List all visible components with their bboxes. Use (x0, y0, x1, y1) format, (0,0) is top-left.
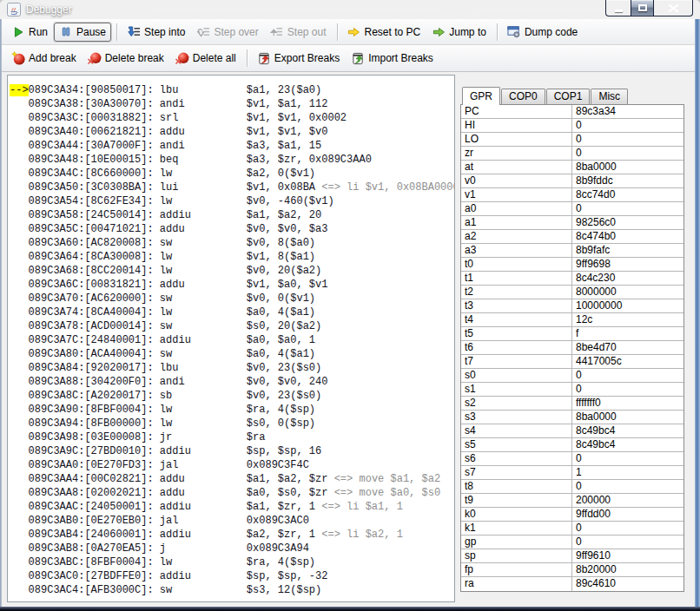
reset-to-pc-button[interactable]: Reset to PC (342, 23, 426, 42)
register-row-a1[interactable]: a198256c0 (461, 216, 683, 230)
disasm-line[interactable]: 089C3AAC:[24050001]: addiu$a1, $zr, 1 <=… (10, 500, 454, 514)
minimize-button[interactable] (605, 0, 631, 16)
disasm-line[interactable]: 089C3A8C:[A2020017]: sb$v0, 23($s0) (10, 389, 454, 403)
register-row-zr[interactable]: zr0 (461, 147, 683, 161)
register-row-lo[interactable]: LO0 (461, 133, 683, 147)
register-row-sp[interactable]: sp9ff9610 (461, 549, 683, 563)
tab-cop1[interactable]: COP1 (546, 89, 591, 104)
register-row-s6[interactable]: s60 (461, 452, 683, 466)
register-row-v0[interactable]: v08b9fddc (461, 174, 683, 188)
jump-to-button[interactable]: Jump to (426, 23, 492, 42)
disasm-line[interactable]: 089C3A98:[03E00008]: jr$ra (10, 430, 454, 444)
register-row-t1[interactable]: t18c4c230 (461, 272, 683, 286)
register-row-t6[interactable]: t68be4d70 (461, 341, 683, 355)
close-button[interactable] (654, 0, 693, 16)
disasm-line[interactable]: 089C3A78:[ACD00014]: sw$s0, 20($a2) (10, 319, 454, 333)
disassembly-panel[interactable]: -->089C3A34:[90850017]: lbu$a1, 23($a0) … (7, 75, 455, 602)
register-row-k0[interactable]: k09ffdd00 (461, 508, 683, 522)
disasm-line[interactable]: 089C3AA0:[0E270FD3]: jal0x089C3F4C (10, 458, 454, 472)
disasm-line[interactable]: 089C3A50:[3C0308BA]: lui$v1, 0x08BA <=> … (10, 181, 454, 194)
register-row-t2[interactable]: t28000000 (461, 286, 683, 299)
disasm-line[interactable]: 089C3A44:[30A7000F]: andi$a3, $a1, 15 (10, 139, 454, 153)
disasm-line[interactable]: 089C3A5C:[00471021]: addu$v0, $v0, $a3 (10, 222, 454, 236)
disasm-line[interactable]: 089C3A88:[304200F0]: andi$v0, $v0, 240 (10, 375, 454, 389)
disasm-line[interactable]: 089C3A94:[8FB00000]: lw$s0, 0($sp) (10, 417, 454, 430)
disasm-line[interactable]: -->089C3A34:[90850017]: lbu$a1, 23($a0) (10, 83, 454, 97)
register-row-s7[interactable]: s71 (461, 466, 683, 480)
step-into-button[interactable]: Step into (122, 23, 190, 42)
disasm-line[interactable]: 089C3A58:[24C50014]: addiu$a1, $a2, 20 (10, 208, 454, 222)
register-row-a3[interactable]: a38b9fafc (461, 244, 683, 258)
register-row-s5[interactable]: s58c49bc4 (461, 438, 683, 452)
tab-gpr[interactable]: GPR (462, 87, 500, 105)
register-row-at[interactable]: at8ba0000 (461, 161, 683, 174)
register-row-ra[interactable]: ra89c4610 (461, 577, 683, 591)
disasm-line[interactable]: 089C3AA8:[02002021]: addu$a0, $s0, $zr <… (10, 486, 454, 500)
disasm-line[interactable]: 089C3A3C:[00031882]: srl$v1, $v1, 0x0002 (10, 111, 454, 125)
register-row-t0[interactable]: t09ff9698 (461, 258, 683, 272)
register-row-a0[interactable]: a00 (461, 202, 683, 216)
register-row-t8[interactable]: t80 (461, 480, 683, 494)
disasm-line[interactable]: 089C3AA4:[00C02821]: addu$a1, $a2, $zr <… (10, 472, 454, 486)
register-row-s3[interactable]: s38ba0000 (461, 411, 683, 424)
disasm-line[interactable]: 089C3A74:[8CA40004]: lw$a0, 4($a1) (10, 306, 454, 319)
disasm-line[interactable]: 089C3A7C:[24840001]: addiu$a0, $a0, 1 (10, 333, 454, 347)
register-row-s1[interactable]: s10 (461, 383, 683, 397)
tab-misc[interactable]: Misc (591, 89, 628, 104)
delete-all-button[interactable]: Delete all (170, 49, 241, 68)
disasm-line[interactable]: 089C3A68:[8CC20014]: lw$v0, 20($a2) (10, 264, 454, 278)
register-row-a2[interactable]: a28c474b0 (461, 230, 683, 244)
register-row-t7[interactable]: t74417005c (461, 355, 683, 369)
register-row-s0[interactable]: s00 (461, 369, 683, 383)
disasm-line[interactable]: 089C3AC4:[AFB3000C]: sw$s3, 12($sp) (10, 583, 454, 597)
window-frame-bottom (0, 607, 700, 611)
dump-code-button[interactable]: Dump code (502, 23, 583, 42)
delete-break-button[interactable]: Delete break (83, 49, 169, 68)
line-marker (10, 98, 29, 110)
disasm-line[interactable]: 089C3A60:[AC820008]: sw$v0, 8($a0) (10, 236, 454, 250)
disasm-line[interactable]: 089C3A70:[AC620000]: sw$v0, 0($v1) (10, 292, 454, 306)
operands: $v0, $v0, $a3 (247, 223, 328, 235)
register-row-t4[interactable]: t412c (461, 313, 683, 327)
disasm-line[interactable]: 089C3A48:[10E00015]: beq$a3, $zr, 0x089C… (10, 153, 454, 167)
register-row-k1[interactable]: k10 (461, 522, 683, 535)
register-row-t3[interactable]: t310000000 (461, 299, 683, 313)
address-and-opcode: 089C3AC4:[AFB3000C]: (29, 584, 160, 596)
register-row-hi[interactable]: HI0 (461, 119, 683, 133)
disasm-line[interactable]: 089C3AB0:[0E270EB0]: jal0x089C3AC0 (10, 514, 454, 528)
disasm-line[interactable]: 089C3A9C:[27BD0010]: addiu$sp, $sp, 16 (10, 444, 454, 458)
mnemonic: addu (160, 278, 247, 292)
register-row-s2[interactable]: s2fffffff0 (461, 397, 683, 411)
line-marker (10, 431, 29, 443)
disasm-line[interactable]: 089C3AB4:[24060001]: addiu$a2, $zr, 1 <=… (10, 528, 454, 542)
register-row-pc[interactable]: PC89c3a34 (461, 105, 683, 119)
disasm-line[interactable]: 089C3A4C:[8C660000]: lw$a2, 0($v1) (10, 167, 454, 181)
disasm-line[interactable]: 089C3AB8:[0A270EA5]: j0x089C3A94 (10, 542, 454, 555)
register-row-t9[interactable]: t9200000 (461, 494, 683, 508)
disasm-line[interactable]: 089C3A90:[8FBF0004]: lw$ra, 4($sp) (10, 403, 454, 417)
tab-cop0[interactable]: COP0 (501, 89, 545, 104)
disasm-line[interactable]: 089C3A84:[92020017]: lbu$v0, 23($s0) (10, 361, 454, 375)
add-break-button[interactable]: Add break (6, 49, 82, 68)
disasm-line[interactable]: 089C3A64:[8CA30008]: lw$v1, 8($a1) (10, 250, 454, 264)
register-row-v1[interactable]: v18cc74d0 (461, 188, 683, 202)
maximize-button[interactable] (631, 0, 654, 16)
disasm-line[interactable]: 089C3A38:[30A30070]: andi$v1, $a1, 112 (10, 97, 454, 111)
register-name: s2 (461, 397, 572, 410)
export-breaks-button[interactable]: Export Breaks (252, 49, 345, 68)
disasm-line[interactable]: 089C3A80:[ACA40004]: sw$a0, 4($a1) (10, 347, 454, 361)
disasm-line[interactable]: 089C3A54:[8C62FE34]: lw$v0, -460($v1) (10, 194, 454, 208)
register-row-gp[interactable]: gp0 (461, 535, 683, 549)
register-row-fp[interactable]: fp8b20000 (461, 563, 683, 577)
disasm-line[interactable]: 089C3ABC:[8FBF0004]: lw$ra, 4($sp) (10, 555, 454, 569)
disasm-line[interactable]: 089C3A6C:[00831821]: addu$v1, $a0, $v1 (10, 278, 454, 292)
address-and-opcode: 089C3AB8:[0A270EA5]: (29, 542, 160, 555)
disasm-line[interactable]: 089C3A40:[00621821]: addu$v1, $v1, $v0 (10, 125, 454, 139)
register-row-t5[interactable]: t5f (461, 327, 683, 341)
pause-button[interactable]: Pause (54, 23, 111, 42)
run-button[interactable]: Run (6, 23, 53, 42)
import-breaks-button[interactable]: Import Breaks (346, 49, 439, 68)
register-row-s4[interactable]: s48c49bc4 (461, 424, 683, 438)
address-and-opcode: 089C3A44:[30A7000F]: (29, 140, 160, 152)
disasm-line[interactable]: 089C3AC0:[27BDFFE0]: addiu$sp, $sp, -32 (10, 569, 454, 583)
